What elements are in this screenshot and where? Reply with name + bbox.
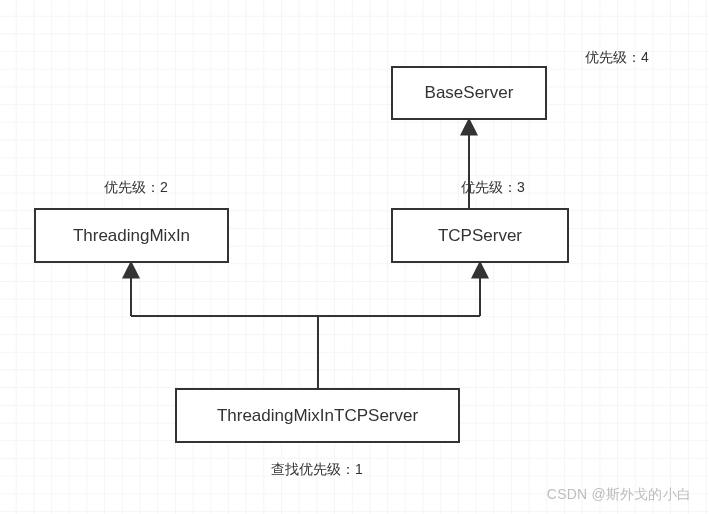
node-baseserver: BaseServer xyxy=(391,66,547,120)
node-baseserver-label: BaseServer xyxy=(425,83,514,103)
priority-4-label: 优先级：4 xyxy=(585,49,649,67)
node-tcpserver: TCPServer xyxy=(391,208,569,263)
bottom-label: 查找优先级：1 xyxy=(271,461,363,479)
priority-3-label: 优先级：3 xyxy=(461,179,525,197)
node-combined-label: ThreadingMixInTCPServer xyxy=(217,406,418,426)
node-threadingmixin-label: ThreadingMixIn xyxy=(73,226,190,246)
watermark-text: CSDN @斯外戈的小白 xyxy=(547,486,691,504)
priority-2-label: 优先级：2 xyxy=(104,179,168,197)
node-combined: ThreadingMixInTCPServer xyxy=(175,388,460,443)
node-tcpserver-label: TCPServer xyxy=(438,226,522,246)
node-threadingmixin: ThreadingMixIn xyxy=(34,208,229,263)
